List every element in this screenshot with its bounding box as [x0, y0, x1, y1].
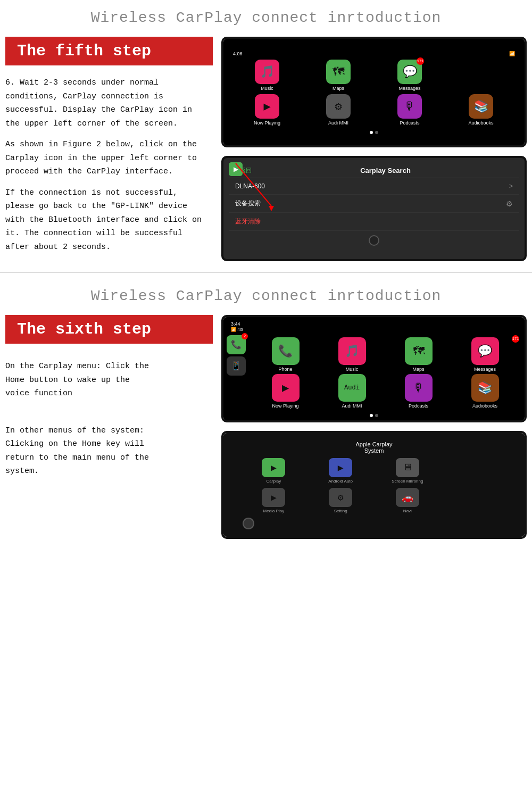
- fifth-step-text3: If the connection is not successful, ple…: [5, 186, 213, 254]
- page-title-1: Wireless CarPlay connect inrtoduction: [0, 0, 532, 31]
- fifth-step-badge: The fifth step: [5, 37, 213, 65]
- svg-marker-1: [269, 206, 274, 211]
- app-maps: 🗺 Maps: [304, 60, 372, 91]
- red-arrow: [229, 163, 335, 227]
- app-audiobooks: 📚 Audiobooks: [447, 94, 515, 126]
- app-nowplaying: ▶ Now Playing: [233, 94, 301, 126]
- page-title-2: Wireless CarPlay connect inrtoduction: [0, 278, 532, 310]
- fifth-step-text1: 6. Wait 2-3 seconds under normal conditi…: [5, 76, 213, 130]
- svg-line-0: [236, 163, 271, 206]
- app-audimmi: ⚙ Audi MMI: [304, 94, 372, 126]
- sixth-step-text1: On the Carplay menu: Click the Home butt…: [5, 360, 213, 401]
- sixth-step-text2: In other menus of the system: Clicking o…: [5, 424, 213, 478]
- fifth-step-text2: As shown in Figure 2 below, click on the…: [5, 138, 213, 179]
- sixth-step-badge: The sixth step: [5, 315, 213, 344]
- screen-3: 3:44📶 4G 📞 2 📱: [221, 315, 527, 422]
- app-music: 🎵 Music: [233, 60, 301, 91]
- app-podcasts: 🎙 Podcasts: [376, 94, 444, 126]
- screen-1: 4:06 📶 🎵 Music 🗺 Maps 💬: [221, 37, 527, 147]
- app-messages: 💬 171 Messages: [376, 60, 444, 91]
- screen-4: Apple CarplaySystem ▶ Carplay ▶ Android …: [221, 431, 527, 539]
- screen-2: ▶ ＜返回 Carplay Search DLNA-600 > 设备搜索 ⚙: [221, 156, 527, 261]
